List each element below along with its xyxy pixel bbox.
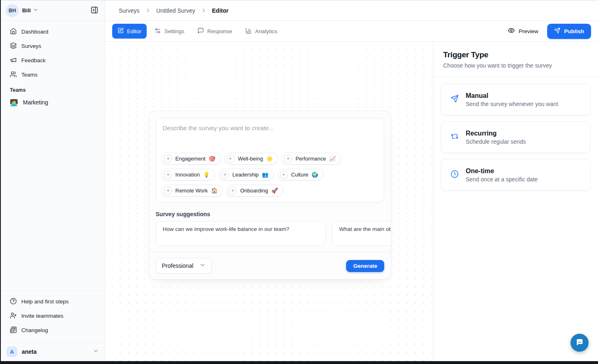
chat-launcher-button[interactable] [571,334,589,352]
topic-chip-innovation[interactable]: Innovation 💡 [161,169,215,181]
sidebar-item-label: Teams [21,72,38,78]
plus-icon [229,187,237,195]
chip-label: Engagement [175,156,206,162]
account-avatar: A [7,346,17,357]
suggestions-title: Survey suggestions [156,211,384,217]
account-menu[interactable]: A aneta [1,342,105,361]
bar-chart-icon [245,27,252,35]
plus-icon [164,155,172,163]
send-icon [451,95,459,104]
trigger-option-manual[interactable]: Manual Send the survey whenever you want [441,84,591,115]
breadcrumb-editor: Editor [212,7,229,14]
trigger-option-one-time[interactable]: One-time Send once at a specific date [441,159,591,191]
newspaper-icon [10,326,17,335]
chat-bubble-icon [575,338,584,348]
sidebar-item-teams[interactable]: Teams [6,68,100,81]
sidebar-item-label: Feedback [21,57,45,63]
breadcrumb-untitled-survey[interactable]: Untitled Survey [156,7,195,14]
repeat-icon [451,132,459,142]
content-row: Engagement 🎯 Well-being 🌟 Performance [105,42,598,361]
chevron-down-icon [199,262,206,269]
chart-emoji-icon: 📈 [329,156,336,162]
trigger-panel-header: Trigger Type Choose how you want to trig… [433,42,598,77]
tone-selected-value: Professional [162,262,193,269]
publish-button[interactable]: Publish [547,24,591,39]
sidebar-item-help[interactable]: Help and first steps [6,295,100,308]
clock-icon [451,170,459,180]
topic-chip-remote-work[interactable]: Remote Work 🏠 [161,185,223,197]
sidebar-item-label: Changelog [21,327,48,333]
globe-emoji-icon: 🌍 [312,172,318,178]
sidebar-item-surveys[interactable]: Surveys [6,39,100,53]
sidebar-footer: Help and first steps Invite teammates Ch… [1,290,105,339]
trigger-option-title: Recurring [466,130,526,137]
plus-icon [227,155,235,163]
survey-description-input[interactable] [156,118,384,152]
tab-label: Settings [164,28,184,34]
tab-editor[interactable]: Editor [112,24,147,38]
suggestion-card[interactable]: What are the main ob [332,221,391,246]
topic-chip-well-being[interactable]: Well-being 🌟 [224,153,278,165]
breadcrumb-surveys[interactable]: Surveys [119,7,140,14]
users-icon [10,71,17,79]
chevron-down-icon [93,348,99,356]
settings-sliders-icon [154,27,161,35]
send-icon [554,27,560,35]
breadcrumb: Surveys Untitled Survey Editor [105,0,598,21]
tab-label: Response [207,28,232,34]
sidebar-item-label: Invite teammates [21,313,63,319]
sidebar-item-feedback[interactable]: Feedback [6,54,100,67]
chip-label: Onboarding [240,188,268,194]
account-name: aneta [22,348,37,355]
sidebar-item-invite[interactable]: Invite teammates [6,309,100,323]
topic-chip-engagement[interactable]: Engagement 🎯 [161,153,221,165]
plus-icon [221,171,229,179]
workspace-switcher[interactable]: Bill [22,7,39,14]
edit-pen-icon [118,27,124,35]
trigger-options: Manual Send the survey whenever you want… [433,77,598,197]
topic-chip-leadership[interactable]: Leadership 👥 [218,169,274,181]
trigger-option-description: Send once at a specific date [466,176,538,183]
chevron-right-icon [201,7,207,14]
topic-chip-performance[interactable]: Performance 📈 [281,153,341,165]
suggestions-row: How can we improve work-life balance in … [156,221,391,246]
generate-button[interactable]: Generate [346,260,384,272]
sidebar-item-dashboard[interactable]: Dashboard [6,25,100,38]
teams-section-label: Teams [10,87,96,93]
chip-label: Innovation [175,172,200,178]
main-area: Surveys Untitled Survey Editor Editor Se… [105,0,598,361]
plus-icon [284,155,292,163]
sidebar-item-label: Dashboard [21,29,48,35]
chip-label: Culture [291,172,308,178]
user-plus-icon [10,312,17,320]
editor-canvas[interactable]: Engagement 🎯 Well-being 🌟 Performance [105,42,433,361]
topic-chip-culture[interactable]: Culture 🌍 [277,169,324,181]
sidebar-collapse-button[interactable] [88,4,101,17]
topic-chip-onboarding[interactable]: Onboarding 🚀 [226,185,283,197]
trigger-panel-subtitle: Choose how you want to trigger the surve… [443,62,588,69]
tone-select[interactable]: Professional [156,258,212,274]
sidebar-nav: Dashboard Surveys Feedback Teams [1,21,105,81]
sidebar-item-team-marketing[interactable]: 🧑‍💻 Marketing [6,95,100,110]
prompt-box: Engagement 🎯 Well-being 🌟 Performance [156,118,384,203]
tab-label: Editor [127,28,141,34]
tab-analytics[interactable]: Analytics [240,24,283,38]
team-name: Marketing [23,99,48,106]
chip-label: Well-being [238,156,263,162]
composer-footer: Professional Generate [149,252,391,279]
panel-toggle-icon [91,6,98,15]
toolbar-actions: Preview Publish [505,24,591,39]
sidebar: BH Bill Dashboard Surveys [1,0,105,361]
trigger-option-recurring[interactable]: Recurring Schedule regular sends [441,121,591,153]
suggestion-card[interactable]: How can we improve work-life balance in … [156,221,326,246]
help-circle-icon [10,298,17,306]
preview-button[interactable]: Preview [505,25,541,38]
tab-settings[interactable]: Settings [149,24,190,38]
plus-icon [164,187,172,195]
house-emoji-icon: 🏠 [211,188,217,194]
trigger-option-description: Send the survey whenever you want [466,101,558,107]
sidebar-item-label: Help and first steps [21,298,69,305]
sidebar-item-changelog[interactable]: Changelog [6,323,100,337]
tab-response[interactable]: Response [192,24,238,38]
message-square-icon [197,27,204,35]
